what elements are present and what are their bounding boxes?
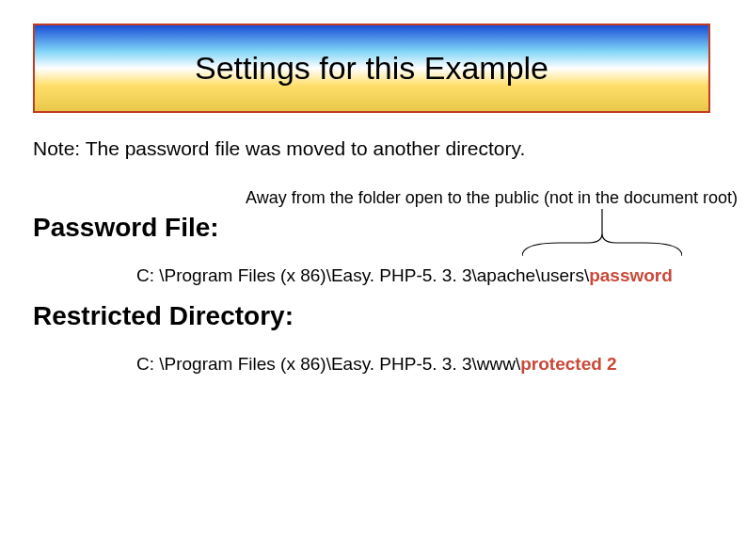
path-prefix: C: \Program Files (x 86)\Easy. PHP-5. 3.… <box>136 265 589 285</box>
restricted-directory-path: C: \Program Files (x 86)\Easy. PHP-5. 3.… <box>136 354 617 375</box>
path-prefix: C: \Program Files (x 86)\Easy. PHP-5. 3.… <box>136 354 520 374</box>
restricted-directory-heading: Restricted Directory: <box>33 301 294 331</box>
path-highlight: protected 2 <box>520 354 616 374</box>
title-banner: Settings for this Example <box>33 24 710 113</box>
page-title: Settings for this Example <box>195 50 548 87</box>
path-highlight: password <box>589 265 673 285</box>
bracket-annotation-icon <box>522 209 682 262</box>
away-caption: Away from the folder open to the public … <box>246 188 738 208</box>
password-file-heading: Password File: <box>33 213 219 243</box>
password-file-path: C: \Program Files (x 86)\Easy. PHP-5. 3.… <box>136 265 673 286</box>
note-text: Note: The password file was moved to ano… <box>33 137 525 160</box>
